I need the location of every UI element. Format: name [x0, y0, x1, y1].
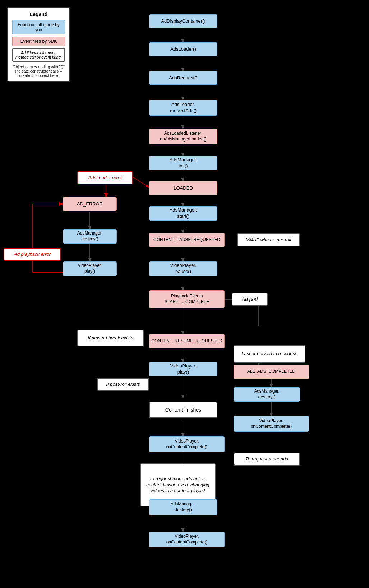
content-resume-requested-node: CONTENT_RESUME_REQUESTED [149, 334, 225, 348]
playback-events-node: Playback Events START . . .COMPLETE [149, 290, 225, 308]
video-player-pause-node: VideoPlayer. pause() [149, 261, 217, 276]
video-player-on-content-complete1-node: VideoPlayer. onContentComplete() [149, 436, 225, 452]
diagram-container: Legend Function call made by you Event f… [0, 0, 369, 588]
vmap-no-preroll-node: VMAP with no pre-roll [237, 233, 300, 246]
content-pause-requested-node: CONTENT_PAUSE_REQUESTED [149, 233, 225, 247]
content-finishes-node: Content finishes [149, 402, 217, 418]
if-next-ad-break-node: If next ad break exists [77, 330, 144, 346]
svg-line-16 [133, 177, 149, 187]
ads-manager-destroy1-node: AdsManager. destroy() [63, 229, 117, 244]
legend-italic-item: Additional info, not a method call or ev… [12, 48, 65, 62]
legend-pink-item: Event fired by SDK [12, 37, 65, 46]
video-player-on-content-complete3-node: VideoPlayer. onContentComplete() [149, 532, 225, 547]
ads-loader-request-node: AdsLoader. requestAds() [149, 100, 217, 116]
ads-manager-destroy3-node: AdsManager. destroy() [149, 499, 217, 515]
ads-request-node: AdsRequest() [149, 71, 217, 85]
legend-blue-item: Function call made by you [12, 20, 65, 34]
ads-manager-init-node: AdsManager. init() [149, 156, 217, 170]
ads-manager-destroy2-node: AdsManager. destroy() [234, 387, 300, 402]
if-post-roll-node: If post-roll exists [97, 378, 149, 391]
to-request-more-ads-node: To request more ads [234, 453, 300, 466]
legend: Legend Function call made by you Event f… [7, 7, 70, 82]
video-player-play1-node: VideoPlayer. play() [63, 261, 117, 276]
ads-loader-node: AdsLoader() [149, 42, 217, 56]
video-player-on-content-complete2-node: VideoPlayer. onContentComplete() [234, 416, 309, 432]
all-ads-completed-node: ALL_ADS_COMPLETED [234, 365, 309, 379]
video-player-play2-node: VideoPlayer. play() [149, 362, 217, 376]
last-only-ad-node: Last or only ad in response [234, 345, 305, 363]
adsloader-error-node: AdsLoader error [77, 171, 133, 184]
loaded-node: LOADED [149, 181, 217, 195]
ad-error-node: AD_ERROR [63, 197, 117, 211]
ad-display-container-node: AdDisplayContainer() [149, 14, 217, 28]
ads-manager-start-node: AdsManager. start() [149, 206, 217, 221]
legend-note: Object names ending with "()" indicate c… [12, 65, 65, 78]
ads-loaded-listener-node: AdsLoadedListener. onAdsManagerLoaded() [149, 129, 217, 144]
ad-pod-node: Ad pod [232, 293, 268, 306]
ad-playback-error-node: Ad playback error [4, 248, 61, 261]
legend-title: Legend [12, 11, 65, 17]
